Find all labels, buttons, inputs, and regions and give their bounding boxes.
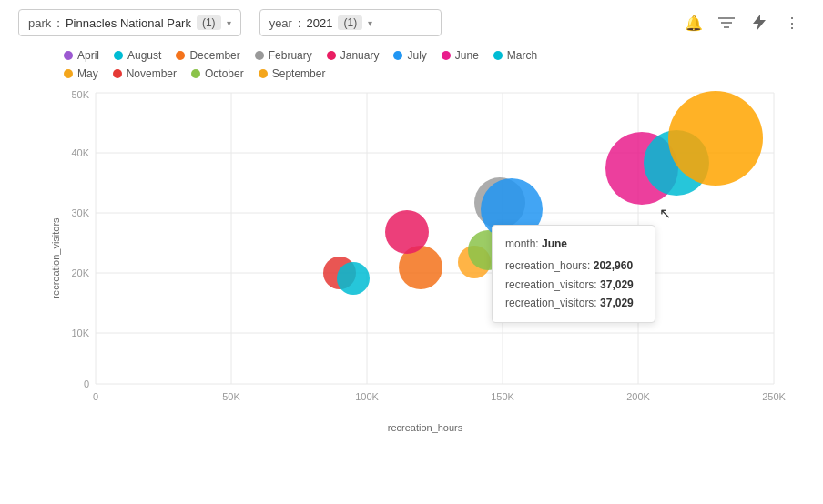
svg-text:50K: 50K	[71, 89, 89, 100]
park-filter-count: (1)	[197, 15, 221, 30]
svg-text:250K: 250K	[762, 391, 786, 402]
legend-item-december[interactable]: December	[176, 49, 239, 62]
icon-bar: 🔔 ⋮	[681, 10, 805, 35]
bubble-july[interactable]	[481, 178, 543, 240]
flash-icon[interactable]	[747, 10, 772, 35]
svg-text:200K: 200K	[626, 391, 650, 402]
top-bar: park: Pinnacles National Park (1) ▾ year…	[0, 0, 823, 45]
legend-item-may[interactable]: May	[64, 67, 98, 80]
svg-text:10K: 10K	[71, 328, 89, 338]
legend-item-january[interactable]: January	[327, 49, 380, 62]
svg-text:100K: 100K	[355, 391, 379, 402]
cursor-icon: ↖	[659, 206, 671, 221]
more-icon[interactable]: ⋮	[779, 10, 805, 35]
svg-text:20K: 20K	[71, 267, 89, 278]
filter-icon[interactable]	[714, 10, 739, 35]
svg-text:0: 0	[84, 378, 89, 389]
x-axis-label: recreation_hours	[46, 422, 805, 433]
scatter-chart: .grid-line { stroke: #e8e8e8; stroke-wid…	[46, 84, 792, 411]
svg-text:150K: 150K	[491, 391, 514, 402]
legend-item-august[interactable]: August	[114, 49, 161, 62]
bubble-april[interactable]	[668, 91, 763, 186]
year-filter[interactable]: year: 2021 (1) ▾	[259, 9, 442, 36]
year-filter-count: (1)	[338, 15, 362, 30]
chart-legend: AprilAugustDecemberFebruaryJanuaryJulyJu…	[0, 45, 823, 84]
bubble-january[interactable]	[385, 210, 429, 254]
legend-item-july[interactable]: July	[393, 49, 426, 62]
legend-item-september[interactable]: September	[259, 67, 326, 80]
bell-icon[interactable]: 🔔	[681, 10, 706, 35]
park-filter-key: park	[28, 16, 51, 30]
bubble-august[interactable]	[337, 262, 370, 295]
park-filter[interactable]: park: Pinnacles National Park (1) ▾	[18, 9, 241, 36]
legend-item-february[interactable]: February	[255, 49, 312, 62]
svg-text:50K: 50K	[222, 391, 240, 402]
legend-item-april[interactable]: April	[64, 49, 99, 62]
svg-text:40K: 40K	[71, 147, 89, 158]
legend-item-october[interactable]: October	[191, 67, 244, 80]
park-filter-value: Pinnacles National Park	[66, 16, 191, 30]
legend-item-june[interactable]: June	[442, 49, 479, 62]
filter-group: park: Pinnacles National Park (1) ▾ year…	[18, 9, 442, 36]
legend-item-march[interactable]: March	[493, 49, 537, 62]
year-filter-arrow: ▾	[368, 18, 372, 28]
year-filter-value: 2021	[307, 16, 333, 30]
year-filter-key: year	[269, 16, 292, 30]
svg-text:0: 0	[93, 391, 98, 402]
legend-item-november[interactable]: November	[113, 67, 177, 80]
park-filter-arrow: ▾	[227, 18, 231, 28]
svg-text:30K: 30K	[71, 207, 89, 218]
